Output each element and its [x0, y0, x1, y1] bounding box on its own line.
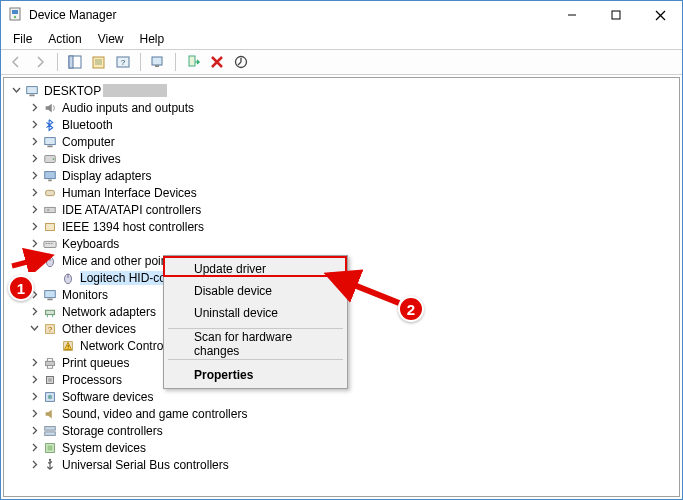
tree-label: System devices: [62, 441, 146, 455]
tree-label: Audio inputs and outputs: [62, 101, 194, 115]
tree-label: IDE ATA/ATAPI controllers: [62, 203, 201, 217]
separator: [57, 53, 58, 71]
context-menu-item[interactable]: Disable device: [166, 280, 345, 302]
expand-icon[interactable]: [28, 408, 40, 420]
mouse-icon: [60, 270, 76, 286]
ieee-icon: [42, 219, 58, 235]
tree-label: Computer: [62, 135, 115, 149]
expand-icon[interactable]: [28, 187, 40, 199]
tree-node[interactable]: IDE ATA/ATAPI controllers: [4, 201, 679, 218]
show-hide-panel-button[interactable]: [64, 51, 86, 73]
svg-text:!: !: [67, 342, 69, 349]
tree-node[interactable]: DESKTOP: [4, 82, 679, 99]
svg-text:?: ?: [121, 58, 126, 67]
tree-label: Processors: [62, 373, 122, 387]
hid-icon: [42, 185, 58, 201]
expand-icon[interactable]: [28, 221, 40, 233]
svg-rect-30: [46, 223, 55, 230]
expand-icon[interactable]: [28, 136, 40, 148]
uninstall-button[interactable]: [206, 51, 228, 73]
expand-icon[interactable]: [28, 119, 40, 131]
tree-node[interactable]: Audio inputs and outputs: [4, 99, 679, 116]
context-menu-item[interactable]: Scan for hardware changes: [166, 333, 345, 355]
expand-icon[interactable]: [28, 357, 40, 369]
maximize-button[interactable]: [594, 1, 638, 29]
expand-icon[interactable]: [28, 425, 40, 437]
svg-rect-21: [45, 137, 56, 144]
tree-label: Software devices: [62, 390, 153, 404]
minimize-button[interactable]: [550, 1, 594, 29]
context-menu: Update driverDisable deviceUninstall dev…: [163, 255, 348, 389]
context-menu-item[interactable]: Update driver: [166, 258, 345, 280]
tree-label: Disk drives: [62, 152, 121, 166]
printer-icon: [42, 355, 58, 371]
scan-hardware-button[interactable]: [147, 51, 169, 73]
expand-icon[interactable]: [28, 102, 40, 114]
annotation-badge-2: 2: [398, 296, 424, 322]
update-driver-button[interactable]: [230, 51, 252, 73]
bluetooth-icon: [42, 117, 58, 133]
svg-rect-56: [45, 431, 56, 435]
collapse-icon[interactable]: [28, 255, 40, 267]
expand-icon[interactable]: [28, 153, 40, 165]
tree-label: Universal Serial Bus controllers: [62, 458, 229, 472]
tree-node[interactable]: Storage controllers: [4, 422, 679, 439]
audio-icon: [42, 100, 58, 116]
tree-node[interactable]: Universal Serial Bus controllers: [4, 456, 679, 473]
properties-button[interactable]: [88, 51, 110, 73]
collapse-icon[interactable]: [28, 323, 40, 335]
expand-icon[interactable]: [28, 459, 40, 471]
menu-action[interactable]: Action: [40, 31, 89, 47]
expand-icon[interactable]: [28, 442, 40, 454]
tree-node[interactable]: Human Interface Devices: [4, 184, 679, 201]
tree-node[interactable]: Software devices: [4, 388, 679, 405]
tree-node[interactable]: Disk drives: [4, 150, 679, 167]
svg-point-29: [47, 208, 50, 211]
context-menu-item[interactable]: Uninstall device: [166, 302, 345, 324]
svg-rect-31: [44, 241, 56, 247]
forward-button[interactable]: [29, 51, 51, 73]
svg-rect-25: [45, 171, 56, 178]
svg-rect-41: [46, 310, 55, 314]
redacted-hostname: [103, 84, 167, 97]
expand-icon[interactable]: [28, 204, 40, 216]
tree-node[interactable]: Display adapters: [4, 167, 679, 184]
no-expand: [46, 272, 58, 284]
expand-icon[interactable]: [28, 374, 40, 386]
tree-label: Other devices: [62, 322, 136, 336]
svg-rect-15: [152, 57, 162, 65]
tree-node[interactable]: Sound, video and game controllers: [4, 405, 679, 422]
network-icon: [42, 304, 58, 320]
window-controls: [550, 1, 682, 29]
tree-label: Bluetooth: [62, 118, 113, 132]
back-button[interactable]: [5, 51, 27, 73]
expand-icon[interactable]: [28, 170, 40, 182]
software-icon: [42, 389, 58, 405]
svg-rect-22: [47, 145, 52, 147]
tree-node[interactable]: Bluetooth: [4, 116, 679, 133]
menu-view[interactable]: View: [90, 31, 132, 47]
expand-icon[interactable]: [28, 238, 40, 250]
expand-icon[interactable]: [28, 306, 40, 318]
context-menu-separator: [168, 328, 343, 329]
svg-rect-32: [46, 243, 48, 244]
svg-rect-34: [51, 243, 53, 244]
context-menu-separator: [168, 359, 343, 360]
tree-node[interactable]: Keyboards: [4, 235, 679, 252]
menu-help[interactable]: Help: [132, 31, 173, 47]
context-menu-item[interactable]: Properties: [166, 364, 345, 386]
svg-rect-50: [47, 365, 52, 368]
no-expand: [46, 340, 58, 352]
collapse-icon[interactable]: [10, 85, 22, 97]
tree-node[interactable]: IEEE 1394 host controllers: [4, 218, 679, 235]
enable-button[interactable]: [182, 51, 204, 73]
tree-node[interactable]: Computer: [4, 133, 679, 150]
expand-icon[interactable]: [28, 391, 40, 403]
tree-node[interactable]: System devices: [4, 439, 679, 456]
menu-file[interactable]: File: [5, 31, 40, 47]
svg-rect-48: [46, 361, 55, 365]
tree-label: Network adapters: [62, 305, 156, 319]
close-button[interactable]: [638, 1, 682, 29]
help-button[interactable]: ?: [112, 51, 134, 73]
warn-icon: !: [60, 338, 76, 354]
